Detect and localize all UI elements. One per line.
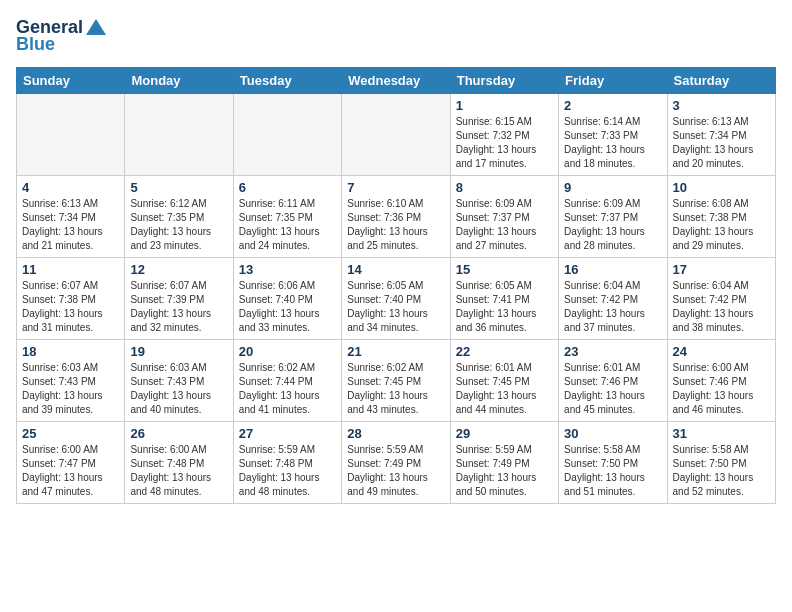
weekday-header: Wednesday <box>342 68 450 94</box>
day-number: 29 <box>456 426 553 441</box>
calendar-cell <box>17 94 125 176</box>
day-number: 11 <box>22 262 119 277</box>
day-number: 30 <box>564 426 661 441</box>
day-info: Sunrise: 6:03 AM Sunset: 7:43 PM Dayligh… <box>130 361 227 417</box>
calendar-cell: 12Sunrise: 6:07 AM Sunset: 7:39 PM Dayli… <box>125 258 233 340</box>
day-number: 21 <box>347 344 444 359</box>
day-info: Sunrise: 6:05 AM Sunset: 7:40 PM Dayligh… <box>347 279 444 335</box>
calendar-cell: 22Sunrise: 6:01 AM Sunset: 7:45 PM Dayli… <box>450 340 558 422</box>
calendar-week-row: 11Sunrise: 6:07 AM Sunset: 7:38 PM Dayli… <box>17 258 776 340</box>
day-number: 3 <box>673 98 770 113</box>
day-number: 27 <box>239 426 336 441</box>
day-info: Sunrise: 5:59 AM Sunset: 7:49 PM Dayligh… <box>347 443 444 499</box>
day-info: Sunrise: 6:13 AM Sunset: 7:34 PM Dayligh… <box>22 197 119 253</box>
day-info: Sunrise: 6:04 AM Sunset: 7:42 PM Dayligh… <box>673 279 770 335</box>
day-number: 9 <box>564 180 661 195</box>
calendar-cell <box>342 94 450 176</box>
day-info: Sunrise: 5:59 AM Sunset: 7:48 PM Dayligh… <box>239 443 336 499</box>
day-info: Sunrise: 6:10 AM Sunset: 7:36 PM Dayligh… <box>347 197 444 253</box>
weekday-header: Monday <box>125 68 233 94</box>
calendar-cell: 30Sunrise: 5:58 AM Sunset: 7:50 PM Dayli… <box>559 422 667 504</box>
day-number: 7 <box>347 180 444 195</box>
day-number: 10 <box>673 180 770 195</box>
calendar-cell: 13Sunrise: 6:06 AM Sunset: 7:40 PM Dayli… <box>233 258 341 340</box>
day-info: Sunrise: 6:04 AM Sunset: 7:42 PM Dayligh… <box>564 279 661 335</box>
calendar-cell: 6Sunrise: 6:11 AM Sunset: 7:35 PM Daylig… <box>233 176 341 258</box>
logo: General Blue <box>16 16 107 55</box>
day-info: Sunrise: 6:00 AM Sunset: 7:48 PM Dayligh… <box>130 443 227 499</box>
day-number: 24 <box>673 344 770 359</box>
day-number: 2 <box>564 98 661 113</box>
calendar-cell: 28Sunrise: 5:59 AM Sunset: 7:49 PM Dayli… <box>342 422 450 504</box>
day-number: 22 <box>456 344 553 359</box>
day-info: Sunrise: 6:00 AM Sunset: 7:46 PM Dayligh… <box>673 361 770 417</box>
day-number: 14 <box>347 262 444 277</box>
calendar-cell: 10Sunrise: 6:08 AM Sunset: 7:38 PM Dayli… <box>667 176 775 258</box>
day-info: Sunrise: 6:09 AM Sunset: 7:37 PM Dayligh… <box>456 197 553 253</box>
day-info: Sunrise: 6:07 AM Sunset: 7:38 PM Dayligh… <box>22 279 119 335</box>
day-info: Sunrise: 6:12 AM Sunset: 7:35 PM Dayligh… <box>130 197 227 253</box>
day-number: 12 <box>130 262 227 277</box>
weekday-header: Sunday <box>17 68 125 94</box>
calendar-cell: 4Sunrise: 6:13 AM Sunset: 7:34 PM Daylig… <box>17 176 125 258</box>
day-number: 17 <box>673 262 770 277</box>
day-info: Sunrise: 6:08 AM Sunset: 7:38 PM Dayligh… <box>673 197 770 253</box>
day-number: 4 <box>22 180 119 195</box>
calendar-header-row: SundayMondayTuesdayWednesdayThursdayFrid… <box>17 68 776 94</box>
weekday-header: Friday <box>559 68 667 94</box>
day-number: 5 <box>130 180 227 195</box>
day-number: 23 <box>564 344 661 359</box>
weekday-header: Tuesday <box>233 68 341 94</box>
calendar-cell: 14Sunrise: 6:05 AM Sunset: 7:40 PM Dayli… <box>342 258 450 340</box>
day-info: Sunrise: 6:11 AM Sunset: 7:35 PM Dayligh… <box>239 197 336 253</box>
calendar-table: SundayMondayTuesdayWednesdayThursdayFrid… <box>16 67 776 504</box>
day-info: Sunrise: 6:02 AM Sunset: 7:45 PM Dayligh… <box>347 361 444 417</box>
calendar-cell: 19Sunrise: 6:03 AM Sunset: 7:43 PM Dayli… <box>125 340 233 422</box>
calendar-cell: 27Sunrise: 5:59 AM Sunset: 7:48 PM Dayli… <box>233 422 341 504</box>
day-number: 28 <box>347 426 444 441</box>
day-number: 31 <box>673 426 770 441</box>
calendar-cell: 20Sunrise: 6:02 AM Sunset: 7:44 PM Dayli… <box>233 340 341 422</box>
calendar-cell: 5Sunrise: 6:12 AM Sunset: 7:35 PM Daylig… <box>125 176 233 258</box>
day-number: 15 <box>456 262 553 277</box>
day-number: 13 <box>239 262 336 277</box>
calendar-cell: 31Sunrise: 5:58 AM Sunset: 7:50 PM Dayli… <box>667 422 775 504</box>
day-number: 20 <box>239 344 336 359</box>
day-info: Sunrise: 6:07 AM Sunset: 7:39 PM Dayligh… <box>130 279 227 335</box>
day-number: 6 <box>239 180 336 195</box>
day-number: 16 <box>564 262 661 277</box>
weekday-header: Saturday <box>667 68 775 94</box>
calendar-week-row: 25Sunrise: 6:00 AM Sunset: 7:47 PM Dayli… <box>17 422 776 504</box>
day-info: Sunrise: 6:00 AM Sunset: 7:47 PM Dayligh… <box>22 443 119 499</box>
calendar-cell: 15Sunrise: 6:05 AM Sunset: 7:41 PM Dayli… <box>450 258 558 340</box>
day-info: Sunrise: 6:03 AM Sunset: 7:43 PM Dayligh… <box>22 361 119 417</box>
day-number: 1 <box>456 98 553 113</box>
calendar-cell: 17Sunrise: 6:04 AM Sunset: 7:42 PM Dayli… <box>667 258 775 340</box>
calendar-week-row: 18Sunrise: 6:03 AM Sunset: 7:43 PM Dayli… <box>17 340 776 422</box>
day-info: Sunrise: 6:01 AM Sunset: 7:45 PM Dayligh… <box>456 361 553 417</box>
calendar-cell: 16Sunrise: 6:04 AM Sunset: 7:42 PM Dayli… <box>559 258 667 340</box>
day-info: Sunrise: 5:59 AM Sunset: 7:49 PM Dayligh… <box>456 443 553 499</box>
day-info: Sunrise: 6:06 AM Sunset: 7:40 PM Dayligh… <box>239 279 336 335</box>
calendar-cell: 21Sunrise: 6:02 AM Sunset: 7:45 PM Dayli… <box>342 340 450 422</box>
day-info: Sunrise: 6:05 AM Sunset: 7:41 PM Dayligh… <box>456 279 553 335</box>
calendar-cell <box>233 94 341 176</box>
calendar-cell: 7Sunrise: 6:10 AM Sunset: 7:36 PM Daylig… <box>342 176 450 258</box>
calendar-cell: 2Sunrise: 6:14 AM Sunset: 7:33 PM Daylig… <box>559 94 667 176</box>
calendar-cell: 3Sunrise: 6:13 AM Sunset: 7:34 PM Daylig… <box>667 94 775 176</box>
calendar-cell: 8Sunrise: 6:09 AM Sunset: 7:37 PM Daylig… <box>450 176 558 258</box>
calendar-cell: 26Sunrise: 6:00 AM Sunset: 7:48 PM Dayli… <box>125 422 233 504</box>
weekday-header: Thursday <box>450 68 558 94</box>
calendar-cell: 24Sunrise: 6:00 AM Sunset: 7:46 PM Dayli… <box>667 340 775 422</box>
day-number: 8 <box>456 180 553 195</box>
svg-marker-0 <box>86 19 106 35</box>
calendar-cell: 11Sunrise: 6:07 AM Sunset: 7:38 PM Dayli… <box>17 258 125 340</box>
calendar-week-row: 4Sunrise: 6:13 AM Sunset: 7:34 PM Daylig… <box>17 176 776 258</box>
calendar-cell: 18Sunrise: 6:03 AM Sunset: 7:43 PM Dayli… <box>17 340 125 422</box>
logo-icon <box>85 16 107 38</box>
day-info: Sunrise: 6:14 AM Sunset: 7:33 PM Dayligh… <box>564 115 661 171</box>
calendar-cell <box>125 94 233 176</box>
page-header: General Blue <box>16 16 776 55</box>
calendar-cell: 29Sunrise: 5:59 AM Sunset: 7:49 PM Dayli… <box>450 422 558 504</box>
calendar-cell: 23Sunrise: 6:01 AM Sunset: 7:46 PM Dayli… <box>559 340 667 422</box>
